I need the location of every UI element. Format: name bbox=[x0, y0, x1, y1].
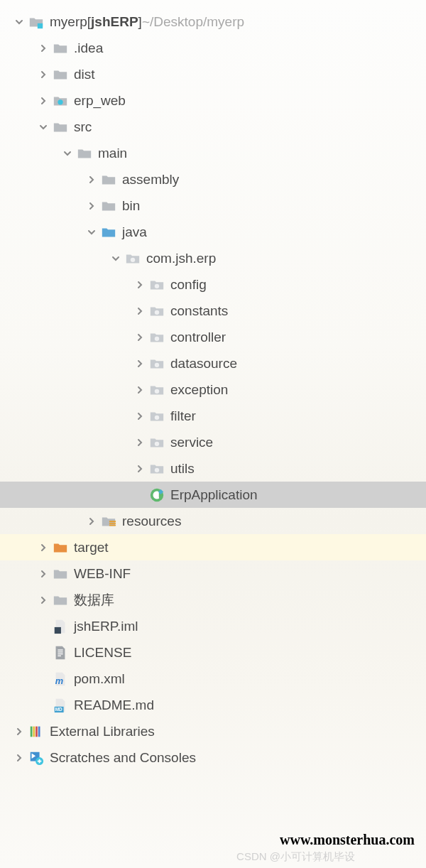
chevron-right-icon[interactable] bbox=[36, 44, 51, 53]
package-icon bbox=[148, 330, 166, 345]
tree-row[interactable]: filter bbox=[0, 403, 426, 429]
libraries-icon bbox=[27, 724, 45, 739]
package-icon bbox=[124, 251, 142, 266]
folder-module-icon bbox=[27, 14, 45, 30]
folder-icon bbox=[51, 566, 70, 582]
chevron-right-icon[interactable] bbox=[132, 307, 148, 315]
tree-item-label: utils bbox=[170, 461, 195, 477]
tree-row[interactable]: jshERP.iml bbox=[0, 613, 426, 639]
chevron-right-icon[interactable] bbox=[84, 517, 99, 526]
tree-row[interactable]: bin bbox=[0, 192, 426, 219]
package-icon bbox=[148, 408, 166, 424]
tree-row[interactable]: service bbox=[0, 429, 426, 455]
tree-row[interactable]: 数据库 bbox=[0, 587, 426, 613]
tree-row[interactable]: .idea bbox=[0, 35, 426, 61]
tree-item-label: WEB-INF bbox=[74, 566, 131, 582]
chevron-right-icon[interactable] bbox=[11, 727, 27, 736]
tree-item-label: jshERP.iml bbox=[74, 619, 138, 634]
iml-file-icon bbox=[51, 619, 70, 634]
tree-row[interactable]: target bbox=[0, 534, 426, 560]
chevron-right-icon[interactable] bbox=[132, 281, 148, 289]
tree-row[interactable]: External Libraries bbox=[0, 718, 426, 744]
svg-point-4 bbox=[155, 310, 159, 314]
watermark-csdn: CSDN @小可计算机毕设 bbox=[236, 850, 355, 864]
chevron-down-icon[interactable] bbox=[11, 18, 27, 26]
tree-row[interactable]: LICENSE bbox=[0, 639, 426, 666]
tree-item-label: config bbox=[170, 277, 207, 293]
tree-row[interactable]: resources bbox=[0, 508, 426, 534]
chevron-right-icon[interactable] bbox=[36, 70, 51, 79]
tree-row[interactable]: utils bbox=[0, 455, 426, 482]
tree-row[interactable]: assembly bbox=[0, 166, 426, 192]
svg-point-8 bbox=[155, 415, 159, 419]
tree-item-label: assembly bbox=[122, 172, 179, 188]
tree-row[interactable]: com.jsh.erp bbox=[0, 245, 426, 271]
tree-row[interactable]: java bbox=[0, 219, 426, 245]
maven-file-icon: m bbox=[51, 671, 70, 687]
chevron-right-icon[interactable] bbox=[132, 412, 148, 421]
tree-item-label: bin bbox=[122, 198, 140, 214]
tree-item-label: java bbox=[122, 224, 147, 240]
svg-point-5 bbox=[155, 336, 159, 340]
java-class-icon bbox=[148, 487, 166, 503]
chevron-down-icon[interactable] bbox=[108, 254, 124, 263]
tree-row[interactable]: config bbox=[0, 271, 426, 298]
chevron-right-icon[interactable] bbox=[132, 333, 148, 342]
md-file-icon: MD bbox=[51, 698, 70, 713]
folder-resources-icon bbox=[99, 514, 118, 529]
chevron-down-icon[interactable] bbox=[60, 149, 75, 158]
tree-row[interactable]: erp_web bbox=[0, 87, 426, 114]
chevron-down-icon[interactable] bbox=[84, 228, 99, 237]
package-icon bbox=[148, 382, 166, 398]
folder-icon bbox=[99, 198, 118, 214]
svg-rect-25 bbox=[36, 726, 38, 737]
svg-rect-16 bbox=[58, 649, 62, 650]
tree-row[interactable]: constants bbox=[0, 298, 426, 324]
root-path: ~/Desktop/myerp bbox=[142, 14, 244, 30]
tree-row[interactable]: src bbox=[0, 114, 426, 140]
tree-row[interactable]: MDREADME.md bbox=[0, 692, 426, 718]
tree-row[interactable]: myerp [jshERP] ~/Desktop/myerp bbox=[0, 9, 426, 35]
chevron-right-icon[interactable] bbox=[132, 359, 148, 368]
svg-rect-14 bbox=[109, 524, 116, 526]
tree-row[interactable]: Scratches and Consoles bbox=[0, 744, 426, 771]
tree-item-label: src bbox=[74, 119, 92, 135]
svg-point-3 bbox=[155, 283, 159, 288]
svg-rect-12 bbox=[109, 521, 116, 522]
chevron-right-icon[interactable] bbox=[36, 570, 51, 578]
chevron-right-icon[interactable] bbox=[132, 386, 148, 394]
watermark-main: www.monsterhua.com bbox=[280, 832, 415, 848]
chevron-down-icon[interactable] bbox=[36, 123, 51, 131]
tree-item-label: External Libraries bbox=[50, 724, 155, 739]
chevron-right-icon[interactable] bbox=[11, 754, 27, 762]
chevron-right-icon[interactable] bbox=[84, 202, 99, 210]
tree-item-label: datasource bbox=[170, 356, 237, 371]
tree-row[interactable]: exception bbox=[0, 376, 426, 403]
tree-row[interactable]: controller bbox=[0, 324, 426, 350]
tree-row[interactable]: dist bbox=[0, 61, 426, 87]
tree-row[interactable]: WEB-INF bbox=[0, 560, 426, 587]
tree-item-label: ErpApplication bbox=[170, 487, 258, 503]
chevron-right-icon[interactable] bbox=[36, 543, 51, 552]
chevron-right-icon[interactable] bbox=[132, 438, 148, 447]
tree-row[interactable]: ErpApplication bbox=[0, 482, 426, 508]
tree-item-label: exception bbox=[170, 382, 228, 398]
tree-row[interactable]: datasource bbox=[0, 350, 426, 376]
chevron-right-icon[interactable] bbox=[132, 465, 148, 473]
svg-point-2 bbox=[131, 257, 135, 261]
tree-item-label: main bbox=[98, 146, 127, 161]
tree-item-label: README.md bbox=[74, 698, 154, 713]
svg-rect-15 bbox=[55, 626, 61, 633]
svg-point-9 bbox=[155, 441, 159, 445]
tree-row[interactable]: main bbox=[0, 140, 426, 166]
svg-rect-31 bbox=[39, 759, 40, 763]
chevron-right-icon[interactable] bbox=[36, 97, 51, 105]
chevron-right-icon[interactable] bbox=[84, 175, 99, 184]
package-icon bbox=[148, 461, 166, 477]
chevron-right-icon[interactable] bbox=[36, 596, 51, 604]
folder-icon bbox=[75, 146, 94, 161]
svg-text:m: m bbox=[55, 676, 63, 686]
svg-rect-0 bbox=[38, 23, 43, 28]
svg-rect-26 bbox=[38, 726, 40, 737]
tree-row[interactable]: mpom.xml bbox=[0, 666, 426, 692]
